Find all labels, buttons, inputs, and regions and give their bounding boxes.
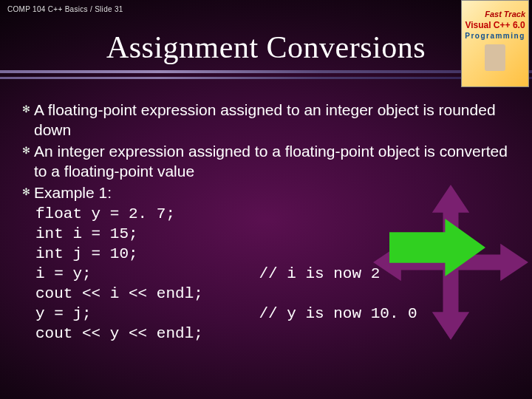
slide-header: COMP 104 C++ Basics / Slide 31 [0, 0, 532, 16]
book-line-1: Fast Track [465, 10, 525, 18]
bullet-marker-icon: ✻ [21, 100, 34, 119]
book-cover-image: Fast Track Visual C++ 6.0 Programming [461, 0, 529, 87]
code-line: float y = 2. 7; [35, 204, 517, 224]
bullet-item: ✻ Example 1: [21, 183, 517, 202]
code-line: int j = 10; [35, 244, 517, 264]
book-face-graphic [485, 44, 505, 71]
book-line-2: Visual C++ 6.0 [465, 20, 525, 30]
code-line: cout << i << endl; [35, 284, 517, 304]
title-underline-1 [0, 70, 532, 73]
code-line: i = y; // i is now 2 [35, 264, 517, 284]
bullet-text: Example 1: [34, 183, 112, 202]
code-line: cout << y << endl; [35, 324, 517, 344]
bullet-text: A floating-point expression assigned to … [34, 100, 517, 140]
title-underline-2 [0, 77, 532, 79]
bullet-item: ✻ An integer expression assigned to a fl… [21, 141, 517, 181]
bullet-text: An integer expression assigned to a floa… [34, 141, 517, 181]
code-line: int i = 15; [35, 224, 517, 244]
bullet-marker-icon: ✻ [21, 183, 34, 202]
slide-content: ✻ A floating-point expression assigned t… [21, 100, 517, 344]
bullet-marker-icon: ✻ [21, 141, 34, 160]
bullet-item: ✻ A floating-point expression assigned t… [21, 100, 517, 140]
book-line-3: Programming [465, 32, 525, 40]
title-area: Assignment Conversions [0, 16, 532, 79]
slide-title: Assignment Conversions [0, 16, 532, 65]
code-line: y = j; // y is now 10. 0 [35, 304, 517, 324]
